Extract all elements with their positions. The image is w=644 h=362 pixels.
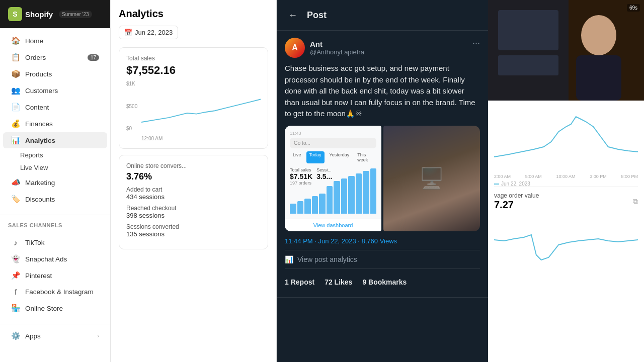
chart-bar [327, 186, 333, 214]
added-to-cart-row: Added to cart 434 sessions [126, 186, 261, 201]
sidebar: S Shopify Summer '23 🏠 Home 📋 Orders 17 … [0, 0, 111, 362]
chart-bar [290, 204, 296, 214]
chart-bar [370, 168, 377, 214]
author-row: A Ant @AnthonyLapietra ··· [285, 38, 480, 58]
post-views-label: Views [380, 237, 397, 245]
author-details: Ant @AnthonyLapietra [310, 40, 364, 56]
chart-bar [341, 178, 348, 214]
ss-sessions-value: 3.5... [316, 172, 332, 180]
marketing-label: Marketing [25, 179, 55, 187]
video-person-image [488, 0, 644, 101]
x-label-5am: 5:00 AM [525, 174, 542, 179]
pinterest-icon: 📌 [11, 271, 20, 280]
content-icon: 📄 [11, 103, 20, 112]
sidebar-item-facebook-instagram[interactable]: f Facebook & Instagram [3, 284, 107, 300]
total-sales-value: $7,552.16 [126, 64, 261, 77]
sales-channels-section: ♪ TikTok 👻 Snapchat Ads 📌 Pinterest f Fa… [0, 230, 110, 321]
sessions-converted-label: Sessions converted [126, 223, 261, 230]
analytics-btn-label: View post analytics [297, 255, 357, 263]
ss-orders: 197 orders [290, 180, 312, 186]
nav-section-main: 🏠 Home 📋 Orders 17 📦 Products 👥 Customer… [0, 28, 110, 212]
bookmarks-number: 9 [362, 278, 366, 286]
pinterest-label: Pinterest [25, 272, 52, 280]
home-icon: 🏠 [11, 36, 20, 45]
sidebar-item-orders[interactable]: 📋 Orders 17 [3, 49, 107, 65]
apps-label: Apps [25, 332, 41, 340]
chart-bar [297, 201, 304, 214]
repost-count[interactable]: 1 Repost [285, 278, 314, 286]
y-label-500: $500 [126, 104, 137, 109]
screenshot-bar-chart [290, 189, 376, 214]
sidebar-item-customers[interactable]: 👥 Customers [3, 82, 107, 99]
home-label: Home [25, 37, 43, 45]
right-chart-svg [494, 107, 638, 172]
conversion-rate: 3.76% [126, 171, 261, 182]
sidebar-item-discounts[interactable]: 🏷️ Discounts [3, 191, 107, 207]
apps-chevron-icon: › [97, 333, 99, 339]
sidebar-item-live-view[interactable]: Live View [20, 161, 110, 174]
finances-label: Finances [25, 120, 53, 128]
likes-count[interactable]: 72 Likes [325, 278, 352, 286]
sidebar-item-pinterest[interactable]: 📌 Pinterest [3, 267, 107, 284]
sidebar-item-marketing[interactable]: 📣 Marketing [3, 174, 107, 191]
sessions-converted-value: 135 sessions [126, 230, 261, 238]
post-body-text: Chase business acc got setup, and new pa… [285, 63, 480, 120]
video-duration: 69s [627, 4, 640, 12]
content-label: Content [25, 104, 49, 111]
sidebar-item-tiktok[interactable]: ♪ TikTok [3, 235, 107, 250]
chart-bar [363, 171, 369, 214]
sidebar-item-analytics[interactable]: 📊 Analytics [3, 132, 107, 148]
screenshot-tabs: Live Today Yesterday This week [290, 151, 376, 163]
chart-bar [334, 181, 340, 214]
ss-sessions-label: Sessi... [316, 167, 332, 172]
online-store-label: Online Store [25, 305, 63, 312]
total-sales-label: Total sales [126, 55, 261, 62]
view-dashboard-button[interactable]: View dashboard [285, 219, 381, 231]
avg-order-copy-icon[interactable]: ⧉ [633, 197, 638, 206]
sidebar-header: S Shopify Summer '23 [0, 0, 110, 28]
sidebar-item-finances[interactable]: 💰 Finances [3, 116, 107, 132]
sidebar-item-home[interactable]: 🏠 Home [3, 33, 107, 49]
sidebar-item-products[interactable]: 📦 Products [3, 66, 107, 82]
screenshot-sessions: Sessi... 3.5... [316, 167, 332, 186]
conversion-card: Online store convers... 3.76% Added to c… [119, 155, 268, 249]
post-timestamp: 11:44 PM · Jun 22, 2023 · [285, 237, 362, 245]
shopify-logo-icon: S [8, 7, 22, 21]
right-panel: 69s 2:00 AM 5:00 AM 10:00 AM 3:00 PM 8:0… [488, 0, 644, 362]
ss-sales-value: $7.51K [290, 172, 312, 180]
svg-rect-5 [498, 55, 558, 75]
chart-bar [312, 196, 318, 214]
date-selector[interactable]: 📅 Jun 22, 2023 [119, 26, 178, 39]
sidebar-item-content[interactable]: 📄 Content [3, 99, 107, 115]
repost-number: 1 [285, 278, 289, 286]
back-button[interactable]: ← [285, 7, 301, 23]
secondary-chart-area [494, 220, 638, 270]
tiktok-label: TikTok [25, 239, 45, 246]
summer-badge: Summer '23 [59, 11, 92, 18]
more-options-button[interactable]: ··· [472, 38, 480, 48]
right-chart-panel: 2:00 AM 5:00 AM 10:00 AM 3:00 PM 8:00 PM… [488, 101, 644, 362]
svg-point-1 [581, 15, 616, 55]
customers-icon: 👥 [11, 86, 20, 95]
sales-channels-label: Sales channels [0, 218, 110, 230]
sidebar-item-snapchat-ads[interactable]: 👻 Snapchat Ads [3, 251, 107, 267]
avg-order-card: vage order value 7.27 ⧉ [494, 187, 638, 216]
conversion-details: Added to cart 434 sessions Reached check… [126, 186, 261, 238]
likes-number: 72 [325, 278, 333, 286]
tab-today: Today [306, 151, 325, 163]
bookmarks-label: Bookmarks [368, 278, 407, 286]
x-label-2am: 2:00 AM [494, 174, 511, 179]
bookmarks-count[interactable]: 9 Bookmarks [362, 278, 407, 286]
screenshot-search: Go to... [290, 138, 376, 148]
post-panel: ← Post A Ant @AnthonyLapietra ··· Chase … [277, 0, 488, 362]
view-post-analytics-button[interactable]: 📊 View post analytics [285, 250, 480, 269]
sidebar-item-apps[interactable]: ⚙️ Apps › [3, 328, 107, 344]
sidebar-item-online-store[interactable]: 🏪 Online Store [3, 300, 107, 316]
sidebar-item-reports[interactable]: Reports [20, 149, 110, 161]
chart-y-labels: $1K $500 $0 [126, 81, 137, 131]
svg-rect-2 [576, 55, 621, 101]
post-images: 11:43 Go to... Live Today Yesterday This… [285, 126, 480, 231]
orders-label: Orders [25, 54, 46, 61]
main-content: Analytics 📅 Jun 22, 2023 Total sales $7,… [111, 0, 644, 362]
discounts-label: Discounts [25, 196, 55, 203]
